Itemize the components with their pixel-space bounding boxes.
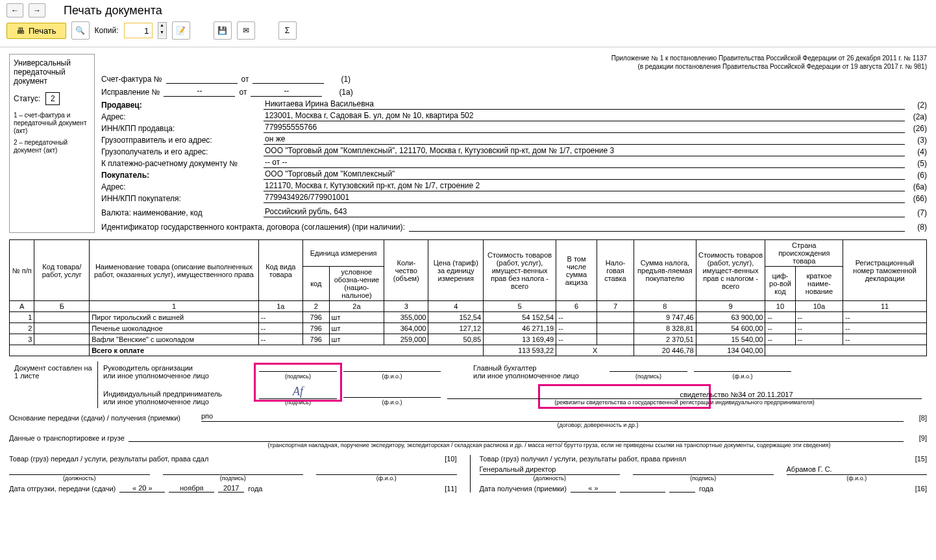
regulation-note: Приложение № 1 к постановлению Правитель… [101, 54, 927, 71]
items-table: № п/п Код товара/ работ, услуг Наименова… [9, 239, 927, 356]
print-button[interactable]: 🖶Печать [6, 23, 66, 39]
copies-input[interactable] [124, 23, 153, 38]
printer-icon: 🖶 [16, 26, 25, 36]
table-row: 1Пирог тирольский с вишней--796шт355,000… [10, 312, 927, 323]
table-row: 3Вафли "Венские" с шоколадом--796шт259,0… [10, 334, 927, 345]
toolbar: ← → Печать документа 🖶Печать 🔍 Копий: ▲▼… [0, 0, 936, 47]
document-body: Универсальныйпередаточныйдокумент Статус… [0, 47, 936, 499]
save-button[interactable]: 💾 [214, 21, 232, 40]
sum-button[interactable]: Σ [278, 21, 297, 40]
copies-label: Копий: [95, 26, 119, 35]
signature-area: Документ составлен на1 листе Руководител… [9, 361, 927, 408]
table-row: 2Печенье шоколадное--796шт364,000127,124… [10, 323, 927, 334]
page-title: Печать документа [64, 4, 162, 18]
signature-scribble: Af [293, 385, 303, 398]
preview-button[interactable]: 🔍 [71, 21, 90, 40]
status-box: 2 [45, 92, 60, 105]
certificate-text: свидетельство №34 от 20.11.2017 [680, 391, 793, 398]
forward-button[interactable]: → [29, 3, 45, 18]
sidebar: Универсальныйпередаточныйдокумент Статус… [9, 54, 95, 233]
back-button[interactable]: ← [6, 3, 23, 18]
edit-button[interactable]: 📝 [172, 21, 190, 40]
copies-spinner[interactable]: ▲▼ [158, 22, 167, 39]
email-button[interactable]: ✉ [237, 21, 255, 40]
